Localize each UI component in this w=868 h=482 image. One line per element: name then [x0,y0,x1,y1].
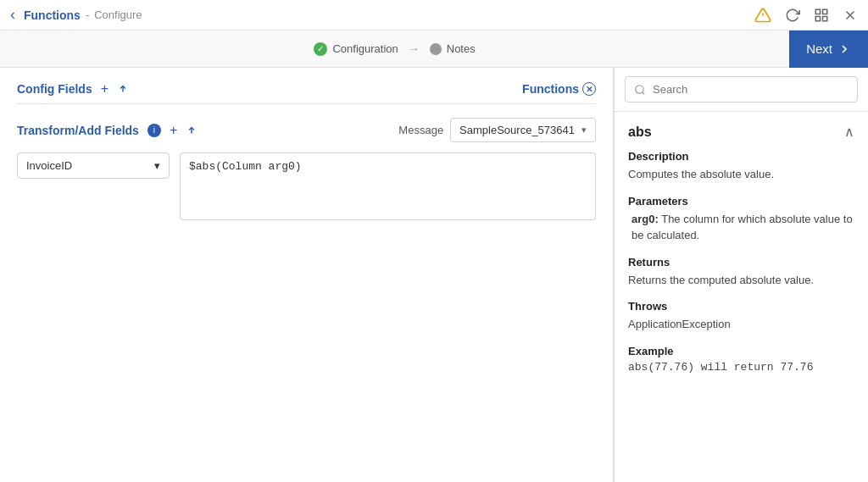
title-bar: ‹ Functions - Configure [0,0,868,30]
page-subtitle: Configure [94,8,142,21]
next-button[interactable]: Next [789,30,868,68]
message-value: SampleSource_573641 [459,124,575,136]
transform-upload-button[interactable] [186,125,198,136]
search-bar [615,68,868,112]
functions-label: Functions [522,82,579,96]
refresh-button[interactable] [785,8,800,23]
param-name: arg0: [632,213,659,225]
func-name-row: abs ∧ [628,124,854,140]
wizard-steps: ✓ Configuration → Notes [0,42,789,56]
functions-close-icon[interactable]: ✕ [582,82,596,96]
app-container: ‹ Functions - Configure [0,0,868,482]
field-name: InvoiceID [26,159,72,172]
description-text: Computes the absolute value. [628,166,854,183]
example-text: abs(77.76) will return 77.76 [628,361,854,374]
step-configuration: ✓ Configuration [314,42,398,56]
throws-title: Throws [628,300,854,313]
title-separator: - [86,8,89,21]
app-title: Functions [24,8,81,22]
svg-rect-2 [815,9,820,14]
right-panel: abs ∧ Description Computes the absolute … [614,68,868,482]
resize-button[interactable] [814,8,829,23]
add-icon: + [101,81,108,97]
next-label: Next [806,42,832,56]
parameter-arg0: arg0: The column for which absolute valu… [628,211,854,244]
field-row: InvoiceID ▾ $abs(Column arg0) [17,152,596,220]
field-select-dropdown[interactable]: InvoiceID ▾ [17,152,170,179]
svg-rect-5 [823,16,827,20]
functions-badge[interactable]: Functions ✕ [522,82,596,96]
formula-input[interactable]: $abs(Column arg0) [180,152,596,220]
transform-add-icon: + [170,123,177,138]
message-dropdown-chevron: ▾ [581,125,587,136]
step-complete-icon: ✓ [314,42,327,56]
title-bar-right [754,7,858,24]
left-panel: Config Fields + Functions ✕ [0,68,614,482]
transform-add-button[interactable]: + [170,123,177,138]
collapse-button[interactable]: ∧ [844,124,854,140]
config-fields-upload-button[interactable] [117,83,129,95]
returns-title: Returns [628,256,854,269]
example-title: Example [628,345,854,357]
parameters-section: Parameters arg0: The column for which ab… [628,195,854,244]
wizard-bar: ✓ Configuration → Notes Next [0,30,868,68]
close-button[interactable] [843,8,858,23]
config-fields-add-button[interactable]: + [101,81,108,97]
param-description: The column for which absolute value to b… [632,213,853,242]
example-section: Example abs(77.76) will return 77.76 [628,345,854,374]
title-bar-left: ‹ Functions - Configure [10,6,142,24]
config-fields-header: Config Fields + [17,81,129,97]
step-pending-icon [430,43,442,55]
step-notes-label: Notes [447,42,476,55]
step-configuration-label: Configuration [332,42,398,55]
config-fields-title: Config Fields [17,82,92,96]
warning-button[interactable] [754,7,771,24]
step-notes: Notes [430,42,476,55]
main-content: Config Fields + Functions ✕ [0,68,868,482]
transform-title: Transform/Add Fields [17,124,139,137]
throws-text: ApplicationException [628,316,854,333]
message-dropdown[interactable]: SampleSource_573641 ▾ [450,118,596,142]
message-label: Message [398,124,443,136]
function-name: abs [628,125,652,140]
transform-header: Transform/Add Fields i + Message Sample [17,118,596,142]
config-divider [17,103,596,104]
info-icon: i [147,124,161,137]
returns-text: Returns the computed absolute value. [628,272,854,289]
returns-section: Returns Returns the computed absolute va… [628,256,854,289]
search-input[interactable] [625,76,858,102]
svg-rect-3 [823,9,827,14]
function-documentation: abs ∧ Description Computes the absolute … [615,112,868,482]
throws-section: Throws ApplicationException [628,300,854,333]
svg-rect-4 [815,16,820,20]
back-arrow-icon[interactable]: ‹ [10,6,15,24]
field-dropdown-chevron: ▾ [154,159,160,172]
description-section: Description Computes the absolute value. [628,150,854,183]
parameters-title: Parameters [628,195,854,208]
step-arrow: → [409,42,420,55]
description-title: Description [628,150,854,163]
